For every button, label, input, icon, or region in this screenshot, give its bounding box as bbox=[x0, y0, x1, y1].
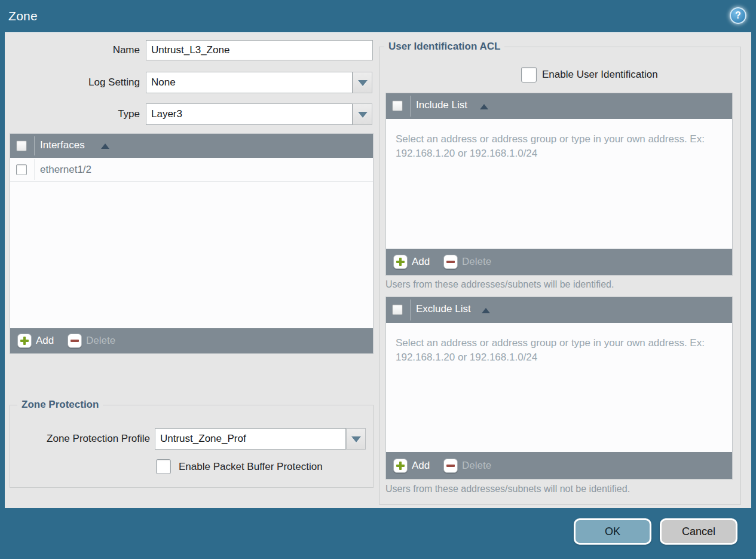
delete-button-label: Delete bbox=[462, 256, 491, 268]
zone-protection-profile-label: Zone Protection Profile bbox=[10, 428, 150, 450]
zone-dialog-body: Name Log Setting Type Interfaces etherne… bbox=[5, 32, 751, 508]
row-checkbox[interactable] bbox=[16, 164, 27, 175]
add-button-label: Add bbox=[36, 335, 54, 347]
interfaces-table: Interfaces ethernet1/2 Add Delete bbox=[10, 133, 374, 354]
packet-buffer-protection-label: Enable Packet Buffer Protection bbox=[179, 459, 323, 474]
exclude-list-placeholder: Select an address or address group or ty… bbox=[396, 336, 712, 365]
zone-protection-profile-dropdown-button[interactable] bbox=[346, 428, 366, 450]
add-interface-button[interactable]: Add bbox=[17, 328, 54, 353]
zone-protection-legend: Zone Protection bbox=[17, 399, 103, 411]
add-exclude-button[interactable]: Add bbox=[393, 452, 430, 479]
delete-minus-icon bbox=[443, 459, 458, 473]
delete-include-button[interactable]: Delete bbox=[443, 249, 491, 275]
type-label: Type bbox=[5, 103, 140, 125]
exclude-list-table: Exclude List Select an address or addres… bbox=[385, 297, 733, 479]
add-plus-icon bbox=[17, 334, 32, 348]
include-list-note: Users from these addresses/subnets will … bbox=[385, 279, 614, 290]
exclude-list-column-header[interactable]: Exclude List bbox=[416, 303, 471, 315]
exclude-list-note: Users from these addresses/subnets will … bbox=[385, 484, 630, 494]
zone-protection-profile-input[interactable] bbox=[155, 428, 346, 450]
name-label: Name bbox=[5, 40, 140, 60]
interfaces-column-header[interactable]: Interfaces bbox=[40, 139, 85, 151]
dialog-titlebar: Zone ? bbox=[0, 0, 756, 32]
enable-user-identification-checkbox[interactable] bbox=[521, 67, 537, 83]
include-list-table: Include List Select an address or addres… bbox=[385, 93, 733, 276]
add-plus-icon bbox=[393, 459, 408, 473]
log-setting-dropdown-button[interactable] bbox=[353, 72, 372, 93]
packet-buffer-protection-checkbox[interactable] bbox=[156, 459, 171, 474]
chevron-down-icon bbox=[358, 80, 368, 86]
exclude-list-header: Exclude List bbox=[386, 297, 732, 323]
column-divider bbox=[410, 96, 411, 117]
log-setting-label: Log Setting bbox=[5, 72, 140, 93]
chevron-down-icon bbox=[358, 112, 368, 118]
include-select-all-checkbox[interactable] bbox=[392, 100, 403, 111]
add-button-label: Add bbox=[412, 256, 430, 268]
add-include-button[interactable]: Add bbox=[393, 249, 430, 275]
type-dropdown-button[interactable] bbox=[353, 103, 372, 125]
interfaces-select-all-checkbox[interactable] bbox=[16, 140, 27, 151]
delete-button-label: Delete bbox=[86, 335, 115, 347]
ok-button[interactable]: OK bbox=[574, 518, 651, 545]
exclude-select-all-checkbox[interactable] bbox=[392, 304, 403, 315]
column-divider bbox=[34, 159, 35, 180]
dialog-title: Zone bbox=[8, 0, 38, 32]
exclude-list-body[interactable]: Select an address or address group or ty… bbox=[386, 323, 732, 452]
include-list-header: Include List bbox=[386, 93, 732, 119]
user-identification-acl-legend: User Identification ACL bbox=[384, 41, 504, 53]
chevron-down-icon bbox=[351, 436, 361, 442]
delete-interface-button[interactable]: Delete bbox=[68, 328, 115, 353]
name-input[interactable] bbox=[146, 40, 373, 60]
delete-exclude-button[interactable]: Delete bbox=[443, 452, 491, 479]
log-setting-input[interactable] bbox=[146, 72, 353, 93]
help-icon[interactable]: ? bbox=[730, 7, 746, 24]
delete-minus-icon bbox=[443, 255, 458, 269]
type-input[interactable] bbox=[146, 103, 353, 125]
column-divider bbox=[410, 300, 411, 320]
sort-ascending-icon[interactable] bbox=[482, 308, 490, 313]
interface-name: ethernet1/2 bbox=[40, 158, 91, 182]
include-list-body[interactable]: Select an address or address group or ty… bbox=[386, 119, 732, 249]
interfaces-toolbar: Add Delete bbox=[10, 328, 373, 353]
cancel-button[interactable]: Cancel bbox=[660, 518, 737, 545]
interfaces-table-body: ethernet1/2 bbox=[10, 158, 373, 328]
add-plus-icon bbox=[393, 255, 408, 269]
delete-minus-icon bbox=[68, 334, 82, 348]
table-row[interactable]: ethernet1/2 bbox=[10, 158, 373, 182]
interfaces-table-header: Interfaces bbox=[10, 134, 373, 158]
column-divider bbox=[34, 136, 35, 155]
include-list-placeholder: Select an address or address group or ty… bbox=[396, 132, 712, 161]
delete-button-label: Delete bbox=[462, 460, 491, 472]
exclude-list-toolbar: Add Delete bbox=[386, 452, 732, 479]
user-identification-acl-section: User Identification ACL Enable User Iden… bbox=[379, 47, 741, 505]
sort-ascending-icon[interactable] bbox=[101, 143, 109, 149]
enable-user-identification-label: Enable User Identification bbox=[542, 67, 658, 83]
add-button-label: Add bbox=[412, 460, 430, 472]
zone-protection-section: Zone Protection Zone Protection Profile … bbox=[10, 405, 374, 488]
include-list-toolbar: Add Delete bbox=[386, 249, 732, 275]
sort-ascending-icon[interactable] bbox=[480, 104, 488, 109]
include-list-column-header[interactable]: Include List bbox=[416, 99, 467, 111]
